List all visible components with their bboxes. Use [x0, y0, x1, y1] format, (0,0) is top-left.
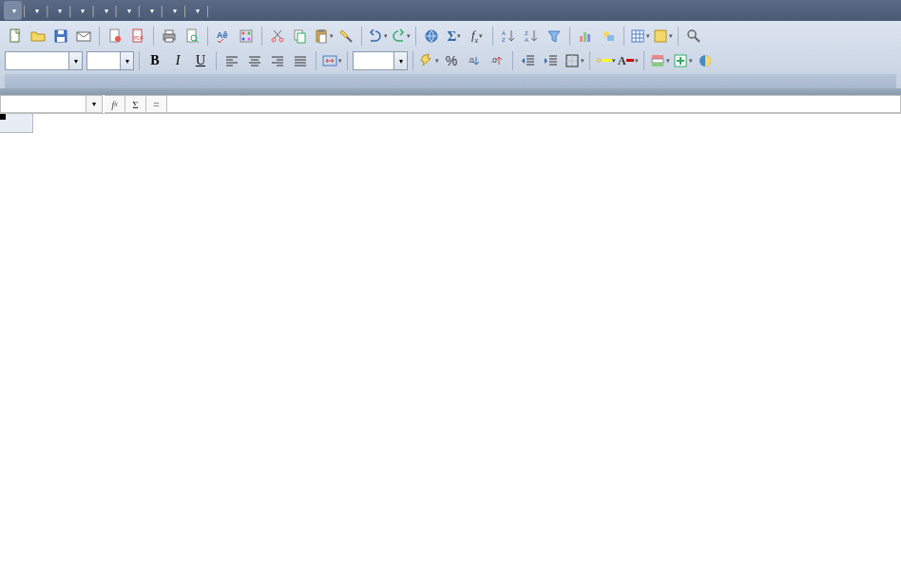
paste-button[interactable]: ▾ [313, 26, 334, 47]
svg-text:A: A [525, 37, 528, 43]
svg-text:.0: .0 [490, 56, 497, 65]
show-draw-button[interactable] [598, 26, 619, 47]
autoformat-button[interactable] [236, 26, 257, 47]
merge-cells-button[interactable]: ▾ [321, 50, 342, 71]
svg-line-50 [695, 37, 700, 42]
copy-button[interactable] [290, 26, 311, 47]
svg-text:A: A [502, 30, 506, 36]
toolbar: PDF Aê ▾ ▾ ▾ Σ▾ fx▾ AZ ZA ▾ ▾ ▾ [0, 21, 901, 89]
menu-window[interactable]: ▾ [187, 1, 205, 20]
svg-text:Aê: Aê [217, 30, 228, 40]
svg-line-24 [274, 30, 280, 38]
align-right-button[interactable] [267, 50, 288, 71]
font-color-button[interactable]: A▾ [618, 50, 639, 71]
svg-point-18 [248, 32, 251, 35]
align-justify-button[interactable] [290, 50, 311, 71]
svg-rect-10 [165, 30, 173, 34]
svg-point-19 [242, 38, 245, 41]
hyperlink-button[interactable] [421, 26, 442, 47]
open-button[interactable] [28, 26, 48, 47]
menu-edit[interactable]: ▾ [49, 1, 67, 20]
number-format-dropdown[interactable]: ▾ [394, 51, 408, 70]
undo-button[interactable]: ▾ [367, 26, 388, 47]
select-all-corner[interactable] [0, 114, 33, 133]
font-size-dropdown[interactable]: ▾ [121, 51, 134, 70]
redo-button[interactable]: ▾ [390, 26, 411, 47]
svg-rect-26 [297, 33, 305, 43]
align-left-button[interactable] [221, 50, 242, 71]
print-preview-button[interactable] [182, 26, 202, 47]
styles-button[interactable]: ▾ [652, 26, 673, 47]
svg-rect-42 [607, 35, 614, 41]
menu-tools[interactable]: ▾ [142, 1, 160, 20]
font-name-input[interactable] [5, 51, 69, 70]
name-box-dropdown[interactable]: ▾ [86, 95, 103, 113]
fill-color-button[interactable]: ▾ [595, 50, 616, 71]
cut-button[interactable] [267, 26, 288, 47]
svg-point-21 [272, 38, 276, 42]
formula-input[interactable] [167, 95, 901, 113]
svg-rect-40 [587, 34, 590, 42]
menu-format[interactable]: ▾ [119, 1, 137, 20]
email-button[interactable] [73, 26, 94, 47]
sum-button[interactable]: Σ [125, 95, 146, 113]
menu-data[interactable]: ▾ [164, 1, 182, 20]
menu-bar: ▾ | ▾ | ▾ | ▾ | ▾ | ▾ | ▾ | ▾ | ▾ | [0, 0, 901, 21]
percent-button[interactable]: % [441, 50, 462, 71]
table-button[interactable]: ▾ [629, 26, 650, 47]
number-format-input[interactable] [353, 51, 394, 70]
decrease-indent-button[interactable] [518, 50, 539, 71]
function-wizard-button[interactable]: fx [105, 95, 125, 113]
font-size-input[interactable] [86, 51, 121, 70]
currency-button[interactable]: ▾ [418, 50, 439, 71]
edit-doc-button[interactable] [105, 26, 125, 47]
svg-rect-39 [584, 32, 586, 42]
sort-desc-button[interactable]: ZA [521, 26, 542, 47]
svg-point-17 [242, 32, 245, 35]
sort-asc-button[interactable]: AZ [498, 26, 519, 47]
svg-rect-28 [318, 29, 324, 32]
function-button[interactable]: fx▾ [467, 26, 488, 47]
spellcheck-button[interactable]: Aê [213, 26, 234, 47]
save-button[interactable] [50, 26, 71, 47]
svg-text:PDF: PDF [134, 35, 144, 41]
menu-file[interactable]: ▾ [27, 1, 45, 20]
increase-indent-button[interactable] [541, 50, 562, 71]
svg-rect-83 [652, 59, 663, 63]
menu-view[interactable]: ▾ [72, 1, 90, 20]
autosum-button[interactable]: Σ▾ [444, 26, 465, 47]
find-button[interactable] [683, 26, 704, 47]
menu-help[interactable] [210, 1, 221, 20]
insert-cells-button[interactable]: ▾ [672, 50, 693, 71]
toolbar-title [5, 73, 896, 88]
theme-button[interactable] [695, 50, 716, 71]
svg-point-20 [248, 38, 251, 41]
svg-rect-43 [632, 30, 643, 42]
svg-line-23 [275, 30, 281, 38]
equals-button[interactable]: = [146, 95, 167, 113]
format-paintbrush-button[interactable] [335, 26, 356, 47]
export-pdf-button[interactable]: PDF [127, 26, 148, 47]
svg-line-30 [347, 37, 352, 42]
remove-decimal-button[interactable]: .0 [487, 50, 508, 71]
italic-button[interactable]: I [167, 50, 188, 71]
add-decimal-button[interactable]: .0 [464, 50, 485, 71]
underline-button[interactable]: U [190, 50, 211, 71]
menu-all[interactable]: ▾ [4, 1, 22, 20]
font-name-dropdown[interactable]: ▾ [69, 51, 83, 70]
svg-point-49 [688, 30, 696, 38]
conditional-format-button[interactable]: ▾ [649, 50, 670, 71]
svg-rect-16 [240, 30, 252, 42]
bold-button[interactable]: B [144, 50, 165, 71]
new-doc-button[interactable] [5, 26, 26, 47]
name-box-input[interactable] [0, 95, 86, 113]
autofilter-button[interactable] [544, 26, 565, 47]
svg-rect-29 [319, 34, 326, 43]
menu-insert[interactable]: ▾ [96, 1, 114, 20]
borders-button[interactable]: ▾ [564, 50, 585, 71]
svg-text:Z: Z [502, 37, 506, 43]
chart-button[interactable] [575, 26, 596, 47]
svg-point-6 [115, 36, 121, 42]
align-center-button[interactable] [244, 50, 265, 71]
print-button[interactable] [159, 26, 180, 47]
